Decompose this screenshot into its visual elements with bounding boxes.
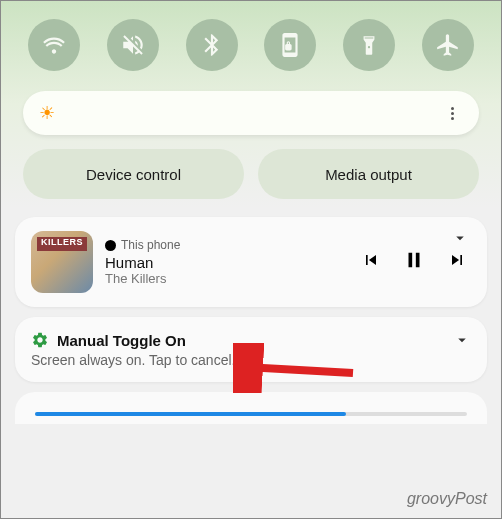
media-output-button[interactable]: Media output [258, 149, 479, 199]
flashlight-icon [356, 32, 382, 58]
media-source-label: This phone [121, 238, 180, 252]
chevron-down-icon [453, 331, 471, 349]
notification-body: Screen always on. Tap to cancel. [31, 352, 471, 368]
media-player-card[interactable]: KILLERS This phone Human The Killers [15, 217, 487, 307]
brightness-more-button[interactable] [441, 102, 463, 124]
media-artist: The Killers [105, 271, 349, 286]
album-art: KILLERS [31, 231, 93, 293]
next-button[interactable] [447, 250, 467, 274]
previous-button[interactable] [361, 250, 381, 274]
spotify-icon [105, 240, 116, 251]
brightness-slider[interactable]: ☀ [23, 91, 479, 135]
wifi-toggle[interactable] [28, 19, 80, 71]
control-pills: Device control Media output [1, 149, 501, 213]
pause-icon [403, 248, 425, 272]
media-expand-button[interactable] [451, 229, 469, 247]
watermark: groovyPost [407, 490, 487, 508]
bluetooth-toggle[interactable] [186, 19, 238, 71]
rotation-lock-icon [277, 32, 303, 58]
wifi-icon [41, 32, 67, 58]
media-title: Human [105, 254, 349, 271]
quick-settings-row [1, 1, 501, 85]
brightness-icon: ☀ [39, 102, 55, 124]
mute-toggle[interactable] [107, 19, 159, 71]
device-control-button[interactable]: Device control [23, 149, 244, 199]
mute-icon [120, 32, 146, 58]
gear-icon [31, 331, 49, 349]
notification-title: Manual Toggle On [57, 332, 186, 349]
notification-card[interactable]: Manual Toggle On Screen always on. Tap t… [15, 317, 487, 382]
airplane-toggle[interactable] [422, 19, 474, 71]
media-info: This phone Human The Killers [105, 238, 349, 286]
skip-next-icon [447, 250, 467, 270]
flashlight-toggle[interactable] [343, 19, 395, 71]
progress-card [15, 392, 487, 424]
pause-button[interactable] [403, 248, 425, 276]
progress-fill [35, 412, 346, 416]
skip-previous-icon [361, 250, 381, 270]
progress-bar[interactable] [35, 412, 467, 416]
bluetooth-icon [199, 32, 225, 58]
notification-expand-button[interactable] [453, 331, 471, 349]
rotation-lock-toggle[interactable] [264, 19, 316, 71]
media-controls [361, 248, 467, 276]
chevron-down-icon [451, 229, 469, 247]
airplane-icon [435, 32, 461, 58]
